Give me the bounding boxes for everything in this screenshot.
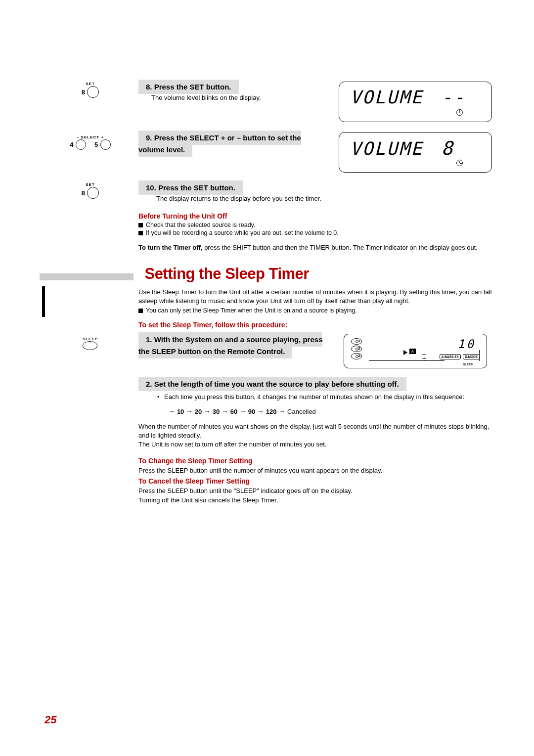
page-number: 25 (44, 713, 56, 726)
block-a-icon: A (409, 349, 416, 354)
set-button-icon-2: SET 8 (82, 182, 99, 199)
smode-badge: S.MODE (463, 354, 480, 359)
set-button-icon: SET 8 (82, 82, 99, 98)
oval-icon (83, 341, 97, 350)
step-number: 10. (146, 183, 156, 192)
timer-off-bold: To turn the Timer off, (138, 244, 203, 251)
sequence-line: → 10 → 20 → 30 → 60 → 90 → 120 → Cancell… (168, 407, 492, 415)
subheading: Before Turning the Unit Off (138, 212, 492, 220)
display-suffix: 8 (442, 137, 454, 159)
step-number: 1. (146, 335, 152, 344)
square-bullet-icon (138, 231, 143, 235)
cancel-body-1: Press the SLEEP button until the "SLEEP"… (138, 487, 492, 495)
section-title: Setting the Sleep Timer (144, 265, 309, 282)
change-heading: To Change the Sleep Timer Setting (138, 457, 492, 465)
step-title: Set the length of time you want the sour… (154, 380, 399, 388)
step-9-row: – SELECT + 4 5 9. Press the SELECT + or … (42, 132, 492, 173)
before-off-section: Before Turning the Unit Off Check that t… (138, 212, 492, 252)
abass-badge: A.BASS EX (440, 354, 461, 359)
square-bullet-icon (138, 309, 143, 313)
set-button-label: SET (82, 82, 99, 86)
play-icon (403, 350, 407, 355)
intro-section: Use the Sleep Timer to turn the Unit off… (138, 288, 492, 328)
clock-icon (456, 160, 463, 166)
sleep-step-2: 2. Set the length of time you want the s… (138, 378, 492, 505)
cancel-heading: To Cancel the Sleep Timer Setting (138, 477, 492, 485)
display-suffix: -- (442, 87, 466, 107)
display-line (369, 360, 445, 361)
sleep-indicator: SLEEP (463, 363, 473, 366)
disc-icons: 1 2 3 (351, 338, 362, 360)
lcd-display-sleep: 1 2 3 A 10 A.BASS EX S.MODE SLEEP – ÷ (344, 334, 487, 368)
lcd-display-1: VOLUME -- (339, 82, 492, 122)
step-body: The display returns to the display befor… (138, 195, 482, 202)
step-number: 2. (146, 380, 152, 388)
intro-paragraph: Use the Sleep Timer to turn the Unit off… (138, 288, 492, 306)
closing-p1: When the number of minutes you want show… (138, 422, 492, 440)
closing-p2: The Unit is now set to turn off after th… (138, 440, 492, 449)
display-text: VOLUME (350, 138, 423, 159)
step-8-row: SET 8 8. Press the SET button. The volum… (42, 82, 492, 122)
step-title: Press the SET button. (154, 83, 231, 91)
clock-icon (456, 109, 463, 116)
sleep-step-1-row: SLEEP 1. With the System on and a source… (42, 334, 492, 368)
page-edge-tab (42, 286, 45, 317)
procedure-title: To set the Sleep Timer, follow this proc… (138, 321, 492, 329)
timer-off-text: press the SHIFT button and then the TIME… (203, 244, 478, 251)
step-number: 8. (146, 83, 152, 91)
square-bullet-icon (138, 223, 143, 227)
step-title: With the System on and a source playing,… (138, 335, 322, 356)
lcd-display-2: VOLUME 8 (339, 132, 492, 173)
sleep-value: 10 (457, 337, 476, 351)
circle-icon (100, 139, 111, 150)
change-body: Press the SLEEP button until the number … (138, 466, 492, 475)
circle-icon (87, 86, 99, 98)
circle-icon (87, 187, 99, 199)
step-body: The volume level blinks on the display. (138, 94, 329, 101)
section-gray-bar (40, 273, 134, 280)
step-title: Press the SET button. (158, 183, 235, 192)
step-number: 9. (146, 133, 152, 142)
cancel-body-2: Turning off the Unit also cancels the Sl… (138, 496, 492, 505)
step-title: Press the SELECT + or – button to set th… (138, 133, 301, 154)
select-button-icon: – SELECT + 4 5 (70, 135, 110, 150)
display-text: VOLUME (350, 87, 423, 107)
sleep-button-icon: SLEEP (83, 337, 98, 352)
circle-icon (76, 139, 86, 150)
step-10-row: SET 8 10. Press the SET button. The disp… (42, 182, 492, 202)
